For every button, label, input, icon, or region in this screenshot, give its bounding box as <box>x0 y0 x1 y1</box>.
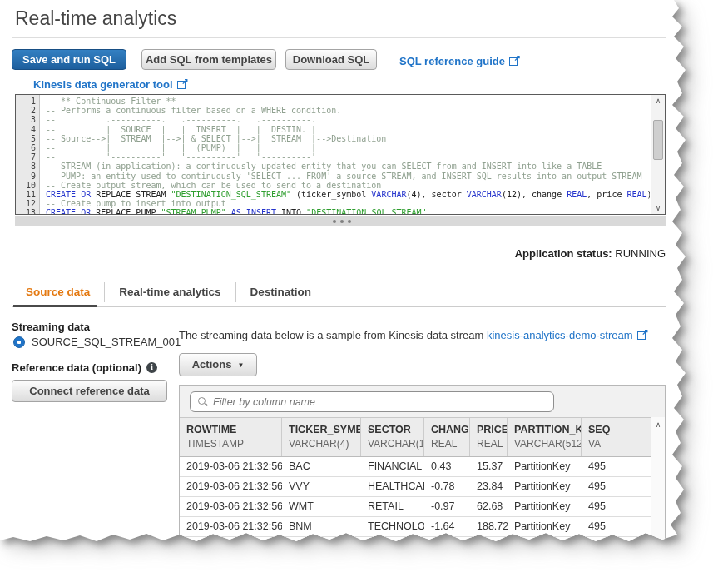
radio-selected-icon[interactable] <box>13 336 25 348</box>
line-number: 12 <box>16 199 40 208</box>
application-status: Application status: RUNNING <box>0 247 666 260</box>
filter-box[interactable] <box>190 391 554 412</box>
line-number: 7 <box>16 152 40 162</box>
code-line: -- | | | (PUMP) | | | <box>46 143 650 152</box>
line-number: 1 <box>16 97 40 106</box>
streaming-data-label: Streaming data <box>12 321 90 333</box>
scroll-up-icon[interactable]: ∧ <box>651 420 665 429</box>
table-cell: 2019-03-06 21:32:56.882 <box>180 477 282 496</box>
active-tab-underline <box>13 305 97 307</box>
line-number: 8 <box>16 162 40 171</box>
table-cell: VVY <box>282 477 361 496</box>
line-number: 6 <box>16 143 40 152</box>
table-body: 2019-03-06 21:32:56.882BACFINANCIAL0.431… <box>180 457 652 545</box>
scroll-down-icon[interactable]: ∨ <box>651 204 665 212</box>
table-cell: 495 <box>582 477 652 496</box>
table-cell: PartitionKey <box>508 457 582 476</box>
code-line: CREATE OR REPLACE STREAM "DESTINATION_SQ… <box>46 190 650 199</box>
filter-strip <box>180 386 665 417</box>
table-cell: 2019-03-06 21:32:56.882 <box>180 457 282 476</box>
tab-source-data[interactable]: Source data <box>12 281 104 303</box>
table-cell: RETAIL <box>361 497 424 516</box>
editor-scrollbar[interactable]: ∧ ∨ <box>651 95 665 214</box>
sql-reference-guide-link[interactable]: SQL reference guide <box>399 53 519 68</box>
screenshot-stage: Real-time analytics Save and run SQL Add… <box>0 0 728 582</box>
sample-stream-text: The streaming data below is a sample fro… <box>179 329 647 341</box>
table-cell: HEALTHCARE <box>361 477 424 496</box>
line-number: 11 <box>16 190 40 199</box>
search-icon <box>197 396 208 407</box>
line-number: 3 <box>16 115 40 124</box>
table-row[interactable]: 2019-03-06 21:32:56.882VVYHEALTHCARE-0.7… <box>180 477 652 497</box>
table-cell: 188.72 <box>470 517 508 536</box>
table-cell: -0.78 <box>424 477 470 496</box>
tab-destination[interactable]: Destination <box>236 281 326 303</box>
line-number: 10 <box>16 181 40 190</box>
table-cell: 15.37 <box>470 457 508 476</box>
torn-paper-wrap: Real-time analytics Save and run SQL Add… <box>0 0 691 545</box>
table-cell: 495 <box>582 457 652 476</box>
line-number: 4 <box>16 125 40 134</box>
add-sql-from-templates-button[interactable]: Add SQL from templates <box>141 49 276 70</box>
connect-reference-data-button[interactable]: Connect reference data <box>12 380 167 402</box>
editor-code[interactable]: -- ** Continuous Filter **-- Performs a … <box>46 97 650 215</box>
kinesis-data-generator-link[interactable]: Kinesis data generator tool <box>33 77 187 92</box>
table-row[interactable]: 2019-03-06 21:32:56.882BNMTECHNOLOGY-1.6… <box>180 517 652 537</box>
table-cell: TECHNOLOGY <box>361 517 424 536</box>
table-cell: PartitionKey <box>508 517 582 536</box>
column-header: TICKER_SYMBOLVARCHAR(4) <box>282 418 361 456</box>
sql-editor[interactable]: 12345678910111213 -- ** Continuous Filte… <box>15 94 666 215</box>
table-scrollbar[interactable]: ∧ <box>651 417 665 545</box>
actions-dropdown-button[interactable]: Actions▼ <box>179 353 257 376</box>
table-cell: 2019-03-06 21:32:56.882 <box>180 517 282 536</box>
table-cell: -0.97 <box>424 497 470 516</box>
filter-input[interactable] <box>213 396 547 408</box>
scrollbar-thumb[interactable] <box>653 120 663 160</box>
table-row[interactable]: 2019-03-06 21:32:56.882WMTRETAIL-0.9762.… <box>180 497 652 517</box>
external-link-icon <box>509 57 519 66</box>
column-header: PARTITION_KEYVARCHAR(512) <box>508 418 582 456</box>
chevron-down-icon: ▼ <box>237 361 244 369</box>
stream-radio-row[interactable]: SOURCE_SQL_STREAM_001 <box>13 336 181 348</box>
table-cell: PartitionKey <box>508 497 582 516</box>
scroll-up-icon[interactable]: ∧ <box>651 97 665 105</box>
table-cell: FINANCIAL <box>361 457 424 476</box>
table-cell: 495 <box>582 517 652 536</box>
column-header: CHANGEREAL <box>424 418 470 456</box>
code-line: -- STREAM (in-application): a continuous… <box>46 162 650 171</box>
title-divider <box>12 37 666 38</box>
line-number: 5 <box>16 134 40 143</box>
table-cell: 0.43 <box>424 457 470 476</box>
code-line: -- | SOURCE | | INSERT | | DESTIN. | <box>46 125 650 134</box>
reference-data-label: Reference data (optional) i <box>12 361 157 374</box>
table-cell: BAC <box>282 457 361 476</box>
editor-resize-handle[interactable] <box>15 216 666 226</box>
console-page: Real-time analytics Save and run SQL Add… <box>0 0 691 545</box>
code-line: -- ** Continuous Filter ** <box>46 97 650 106</box>
editor-gutter: 12345678910111213 <box>16 97 40 215</box>
code-line: -- PUMP: an entity used to continuously … <box>46 172 650 181</box>
page-title: Real-time analytics <box>15 7 176 30</box>
tab-real-time-analytics[interactable]: Real-time analytics <box>105 281 235 303</box>
application-status-value: RUNNING <box>615 247 666 260</box>
table-cell: 2019-03-06 21:32:56.882 <box>180 497 282 516</box>
code-line: -- Source-->| STREAM |-->| & SELECT |-->… <box>46 134 650 143</box>
external-link-icon <box>177 80 187 89</box>
table-cell: -1.64 <box>424 517 470 536</box>
tab-bar: Source data Real-time analytics Destinat… <box>12 281 325 303</box>
table-cell: BNM <box>282 517 361 536</box>
demo-stream-link[interactable]: kinesis-analytics-demo-stream <box>487 329 633 341</box>
column-header: SECTORVARCHAR(16) <box>361 418 424 456</box>
table-row[interactable]: 2019-03-06 21:32:56.882BACFINANCIAL0.431… <box>180 457 652 477</box>
code-line: -- Create output stream, which can be us… <box>46 181 650 190</box>
table-cell: 495 <box>582 497 652 516</box>
code-line: -- Performs a continuous filter based on… <box>46 106 650 115</box>
tabs-divider <box>12 306 666 307</box>
save-and-run-sql-button[interactable]: Save and run SQL <box>12 49 126 70</box>
info-icon[interactable]: i <box>146 362 157 373</box>
line-number: 13 <box>16 208 40 215</box>
stream-name: SOURCE_SQL_STREAM_001 <box>32 336 181 348</box>
table-header-row: ROWTIMETIMESTAMPTICKER_SYMBOLVARCHAR(4)S… <box>180 417 652 457</box>
line-number: 9 <box>16 172 40 181</box>
download-sql-button[interactable]: Download SQL <box>285 49 377 70</box>
